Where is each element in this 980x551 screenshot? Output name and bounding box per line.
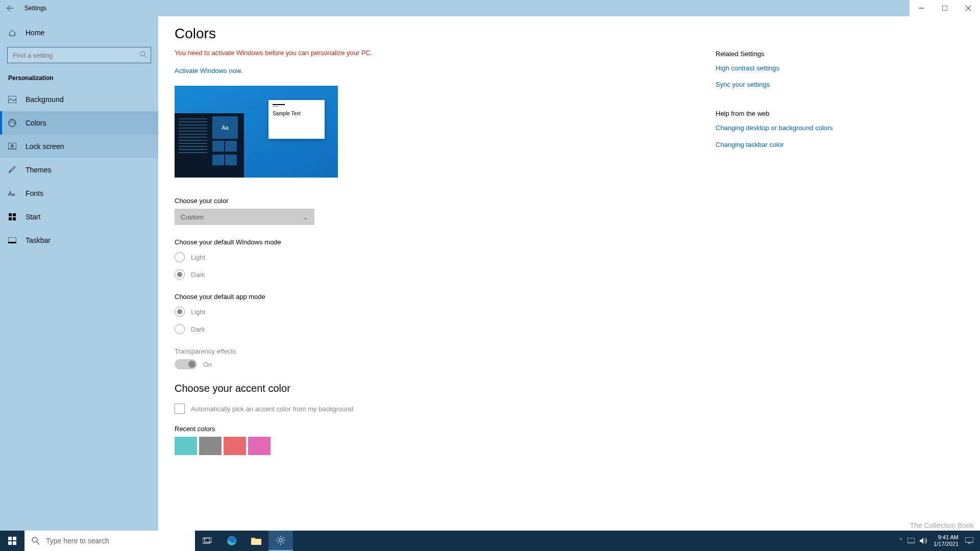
app-mode-dark-radio[interactable]: Dark: [175, 322, 695, 336]
close-icon: [966, 6, 971, 11]
svg-rect-7: [8, 143, 16, 149]
sidebar: Home Personalization Background Colors L…: [0, 16, 158, 531]
svg-rect-8: [11, 145, 13, 147]
accent-color-heading: Choose your accent color: [175, 383, 695, 394]
palette-icon: [8, 119, 16, 127]
windows-mode-label: Choose your default Windows mode: [175, 238, 695, 246]
svg-rect-28: [965, 537, 973, 542]
tray-notifications-icon[interactable]: [965, 537, 973, 544]
related-link-highcontrast[interactable]: High contrast settings: [716, 64, 838, 73]
sidebar-category: Personalization: [0, 67, 158, 88]
svg-rect-13: [9, 217, 12, 220]
radio-label: Dark: [191, 271, 205, 279]
tray-date: 1/17/2021: [934, 541, 959, 547]
help-link-desktop-colors[interactable]: Changing desktop or background colors: [716, 123, 838, 133]
tray-network-icon[interactable]: [908, 538, 915, 544]
related-settings-heading: Related Settings: [716, 50, 838, 58]
svg-rect-19: [8, 541, 12, 545]
related-link-sync[interactable]: Sync your settings: [716, 80, 838, 89]
app-mode-label: Choose your default app mode: [175, 293, 695, 300]
sidebar-home-label: Home: [26, 29, 44, 37]
radio-label: Dark: [191, 325, 205, 333]
svg-rect-20: [13, 541, 16, 545]
svg-rect-17: [8, 537, 12, 540]
font-icon: AA: [8, 190, 16, 197]
sidebar-item-label: Fonts: [26, 189, 43, 197]
app-mode-light-radio[interactable]: Light: [175, 305, 695, 319]
page-title: Colors: [175, 26, 695, 42]
taskbar-app-edge[interactable]: [219, 531, 244, 551]
maximize-icon: [942, 6, 947, 11]
windows-mode-dark-radio[interactable]: Dark: [175, 267, 695, 282]
help-link-taskbar-color[interactable]: Changing taskbar color: [716, 140, 838, 149]
close-button[interactable]: [957, 0, 980, 16]
minimize-icon: [919, 6, 924, 11]
titlebar: Settings: [0, 0, 980, 16]
search-icon: [140, 51, 147, 58]
radio-label: Light: [191, 308, 205, 316]
sidebar-item-background[interactable]: Background: [0, 88, 158, 111]
back-button[interactable]: [0, 0, 20, 16]
sidebar-item-colors[interactable]: Colors: [0, 111, 158, 135]
svg-point-21: [32, 537, 37, 542]
svg-rect-25: [251, 539, 261, 545]
search-icon: [32, 537, 40, 545]
maximize-button[interactable]: [933, 0, 957, 16]
windows-mode-light-radio[interactable]: Light: [175, 250, 695, 264]
recent-color-swatch[interactable]: [224, 437, 246, 455]
window-title: Settings: [20, 5, 46, 12]
home-icon: [8, 29, 16, 36]
start-icon: [8, 213, 16, 220]
taskbar-app-settings[interactable]: [268, 531, 293, 551]
task-view-button[interactable]: [195, 531, 219, 551]
color-preview: Aa Sample Text: [175, 86, 338, 178]
brush-icon: [8, 166, 16, 174]
help-heading: Help from the web: [716, 110, 838, 117]
taskbar-icon: [8, 237, 16, 243]
start-button[interactable]: [0, 531, 24, 551]
sidebar-item-lockscreen[interactable]: Lock screen: [0, 135, 158, 158]
windows-icon: [8, 537, 16, 545]
svg-text:A: A: [8, 190, 12, 197]
lockscreen-icon: [8, 143, 16, 150]
gear-icon: [276, 536, 285, 545]
svg-point-26: [279, 539, 282, 542]
choose-color-value: Custom: [181, 213, 204, 221]
system-tray[interactable]: ˄ 9:41 AM 1/17/2021: [897, 531, 980, 551]
svg-rect-27: [908, 538, 915, 543]
choose-color-dropdown[interactable]: Custom ⌄: [175, 209, 314, 225]
radio-label: Light: [191, 254, 205, 261]
transparency-state: On: [203, 361, 212, 368]
picture-icon: [8, 96, 16, 103]
svg-point-5: [12, 120, 13, 121]
taskbar-search-placeholder: Type here to search: [46, 537, 109, 545]
sidebar-item-label: Background: [26, 95, 64, 104]
transparency-toggle[interactable]: [175, 359, 197, 369]
recent-color-swatch[interactable]: [199, 437, 222, 455]
svg-rect-14: [13, 217, 16, 220]
auto-pick-checkbox-row[interactable]: Automatically pick an accent color from …: [175, 404, 695, 414]
sidebar-item-taskbar[interactable]: Taskbar: [0, 229, 158, 252]
tray-time: 9:41 AM: [934, 534, 959, 541]
sidebar-home[interactable]: Home: [0, 23, 158, 42]
activate-link[interactable]: Activate Windows now.: [175, 67, 695, 74]
recent-color-swatch[interactable]: [175, 437, 197, 455]
svg-rect-0: [942, 6, 947, 11]
sidebar-item-label: Colors: [26, 119, 46, 127]
minimize-button[interactable]: [910, 0, 933, 16]
taskbar-app-explorer[interactable]: [244, 531, 268, 551]
svg-point-4: [10, 121, 11, 122]
edge-icon: [227, 536, 237, 546]
taskview-icon: [203, 537, 212, 544]
sidebar-item-start[interactable]: Start: [0, 205, 158, 229]
search-input[interactable]: [7, 47, 151, 63]
choose-color-label: Choose your color: [175, 197, 695, 205]
tray-volume-icon[interactable]: [920, 538, 927, 544]
sidebar-item-fonts[interactable]: AA Fonts: [0, 182, 158, 205]
os-taskbar: Type here to search ˄ 9:41 AM 1/17/2021: [0, 531, 980, 551]
sidebar-item-label: Lock screen: [26, 142, 64, 151]
taskbar-search[interactable]: Type here to search: [24, 531, 195, 551]
recent-color-swatch[interactable]: [248, 437, 271, 455]
sidebar-item-themes[interactable]: Themes: [0, 158, 158, 182]
tray-chevron-icon[interactable]: ˄: [899, 538, 902, 544]
